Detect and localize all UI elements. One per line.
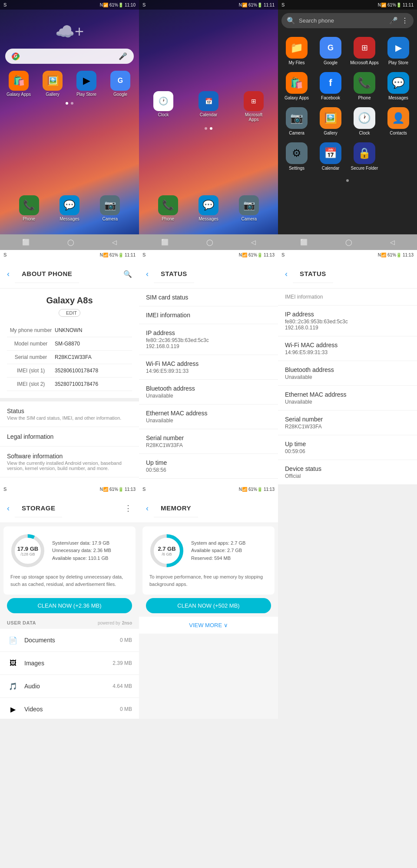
drawer-gallery[interactable]: 🖼️ Gallery xyxy=(314,104,348,139)
sd-uptime[interactable]: Up time 00:59:06 xyxy=(278,435,417,460)
drawer-camera[interactable]: 📷 Camera xyxy=(280,104,314,139)
drawer-google[interactable]: G Google xyxy=(314,33,348,69)
back-btn-2[interactable]: ‹ xyxy=(146,270,149,279)
drawer-microsoft[interactable]: ⊞ Microsoft Apps xyxy=(348,33,381,69)
drawer-search-bar[interactable]: 🔍 Search phone 🎤 ⋮ xyxy=(281,13,414,28)
status-serial[interactable]: Serial number R28KC1W33FA xyxy=(139,429,278,454)
app-galaxy-apps[interactable]: 🛍️ Galaxy Apps xyxy=(6,71,32,97)
search-btn-1[interactable]: 🔍 xyxy=(123,270,132,278)
status-ip[interactable]: IP address fe80::2c36:953b:63ed:5c3c192.… xyxy=(139,324,278,355)
nav-home-2[interactable]: ◯ xyxy=(206,239,213,246)
more-btn-storage[interactable]: ⋮ xyxy=(124,503,132,513)
signal-2: N📶 xyxy=(239,3,247,7)
more-icon-drawer[interactable]: ⋮ xyxy=(401,16,408,25)
home-search-bar[interactable]: G 🎤 xyxy=(5,49,134,64)
sd-ethernet[interactable]: Ethernet MAC address Unavailable xyxy=(278,386,417,411)
dock-phone-2[interactable]: 📞 Phone xyxy=(155,195,181,221)
drawer-calendar[interactable]: 📅 Calendar xyxy=(314,139,348,174)
drawer-messages[interactable]: 💬 Messages xyxy=(381,69,415,104)
carrier-2: S xyxy=(142,2,146,7)
memory-header: ‹ MEMORY xyxy=(139,494,278,523)
app-gallery[interactable]: 🖼️ Gallery xyxy=(40,71,66,97)
drawer-contacts[interactable]: 👤 Contacts xyxy=(381,104,415,139)
dock-messages-2[interactable]: 💬 Messages xyxy=(195,195,222,221)
sd-wifi-mac[interactable]: Wi-Fi MAC address 14:96:E5:89:31:33 xyxy=(278,336,417,361)
drawer-settings[interactable]: ⚙ Settings xyxy=(280,139,314,174)
mic-icon-drawer[interactable]: 🎤 xyxy=(389,16,398,25)
battery-item[interactable]: Battery information View your phone's ba… xyxy=(0,477,139,484)
back-btn-memory[interactable]: ‹ xyxy=(146,504,149,513)
nav-recent-3[interactable]: ⬜ xyxy=(300,239,308,246)
home-panel-2: S N📶 61%🔋 11:11 🕐 Clock 📅 Calendar xyxy=(139,0,278,250)
carrier-6: S xyxy=(281,252,285,257)
nav-home-3[interactable]: ◯ xyxy=(345,239,352,246)
back-btn-3[interactable]: ‹ xyxy=(285,270,288,279)
sd-bluetooth[interactable]: Bluetooth address Unavailable xyxy=(278,361,417,386)
sd-device-status[interactable]: Device status Official xyxy=(278,460,417,484)
nav-back-1[interactable]: ◁ xyxy=(112,239,117,246)
dot-3 xyxy=(205,127,207,130)
ud-audio[interactable]: 🎵 Audio 4.64 MB xyxy=(0,675,139,698)
dot-2 xyxy=(71,102,73,105)
nav-back-3[interactable]: ◁ xyxy=(390,239,395,246)
drawer-secure-folder[interactable]: 🔒 Secure Folder xyxy=(348,139,381,174)
app-google[interactable]: G Google xyxy=(107,71,133,97)
app-clock[interactable]: 🕐 Clock xyxy=(150,91,176,122)
dock-messages[interactable]: 💬 Messages xyxy=(56,195,83,221)
edit-button[interactable]: EDIT xyxy=(59,309,80,317)
carrier-7: S xyxy=(3,487,7,492)
app-microsoft[interactable]: ⊞ Microsoft Apps xyxy=(241,91,267,122)
legal-item[interactable]: Legal information xyxy=(0,427,139,447)
sd-serial[interactable]: Serial number R28KC1W33FA xyxy=(278,411,417,435)
status-item[interactable]: Status View the SIM card status, IMEI, a… xyxy=(0,401,139,427)
nav-back-2[interactable]: ◁ xyxy=(251,239,256,246)
status-ethernet[interactable]: Ethernet MAC address Unavailable xyxy=(139,404,278,429)
memory-clean-btn[interactable]: CLEAN NOW (+502 MB) xyxy=(146,598,271,613)
battery-5: 61%🔋 xyxy=(248,253,262,257)
ud-documents[interactable]: 📄 Documents 0 MB xyxy=(0,629,139,652)
drawer-facebook[interactable]: f Facebook xyxy=(314,69,348,104)
mic-icon[interactable]: 🎤 xyxy=(119,52,127,60)
drawer-my-files[interactable]: 📁 My Files xyxy=(280,33,314,69)
dock-phone[interactable]: 📞 Phone xyxy=(16,195,42,221)
ud-images[interactable]: 🖼 Images 2.39 MB xyxy=(0,652,139,675)
storage-clean-btn[interactable]: CLEAN NOW (+2.36 MB) xyxy=(7,598,132,613)
drawer-phone[interactable]: 📞 Phone xyxy=(348,69,381,104)
status-device-status[interactable]: Device status Official xyxy=(139,479,278,484)
ud-videos[interactable]: ▶ Videos 0 MB xyxy=(0,698,139,719)
memory-title: MEMORY xyxy=(154,499,198,517)
status-list: SIM card status IMEI information IP addr… xyxy=(139,289,278,484)
time-5: 11:13 xyxy=(264,253,275,257)
drawer-play-store[interactable]: ▶ Play Store xyxy=(381,33,415,69)
status-uptime[interactable]: Up time 00:58:56 xyxy=(139,454,278,479)
battery-4: 61%🔋 xyxy=(109,253,123,257)
videos-icon: ▶ xyxy=(7,703,19,715)
battery-1: 61%🔋 xyxy=(109,3,123,7)
empty-panel xyxy=(278,484,417,719)
status-imei[interactable]: IMEI information xyxy=(139,306,278,324)
time-8: 11:13 xyxy=(264,487,275,492)
google-logo: G xyxy=(12,53,20,60)
nav-recent-1[interactable]: ⬜ xyxy=(22,239,30,246)
app-calendar[interactable]: 📅 Calendar xyxy=(195,91,222,122)
drawer-galaxy-apps[interactable]: 🛍️ Galaxy Apps xyxy=(280,69,314,104)
sd-ip[interactable]: IP address fe80::2c36:953b:63ed:5c3c192.… xyxy=(278,306,417,336)
back-btn-1[interactable]: ‹ xyxy=(7,270,10,279)
dock-camera[interactable]: 📷 Camera xyxy=(97,195,123,221)
app-drawer-panel: S N📶 61%🔋 11:11 🔍 Search phone 🎤 ⋮ 📁 My … xyxy=(278,0,417,250)
drawer-clock[interactable]: 🕐 Clock xyxy=(348,104,381,139)
status-bar-1: S N📶 61%🔋 11:10 xyxy=(0,0,139,10)
status-bluetooth[interactable]: Bluetooth address Unavailable xyxy=(139,380,278,404)
view-more-btn[interactable]: VIEW MORE ∨ xyxy=(139,617,278,634)
status-wifi-mac[interactable]: Wi-Fi MAC address 14:96:E5:89:31:33 xyxy=(139,355,278,380)
memory-info-text: System and apps: 2.7 GB Available space:… xyxy=(191,539,245,562)
back-btn-storage[interactable]: ‹ xyxy=(7,504,10,513)
dock-camera-2[interactable]: 📷 Camera xyxy=(236,195,262,221)
dot-1 xyxy=(66,102,68,105)
app-play-store[interactable]: ▶ Play Store xyxy=(73,71,99,97)
nav-recent-2[interactable]: ⬜ xyxy=(161,239,169,246)
software-item[interactable]: Software information View the currently … xyxy=(0,447,139,477)
status-sim[interactable]: SIM card status xyxy=(139,289,278,306)
nav-home-1[interactable]: ◯ xyxy=(67,239,74,246)
battery-3: 61%🔋 xyxy=(387,3,401,7)
